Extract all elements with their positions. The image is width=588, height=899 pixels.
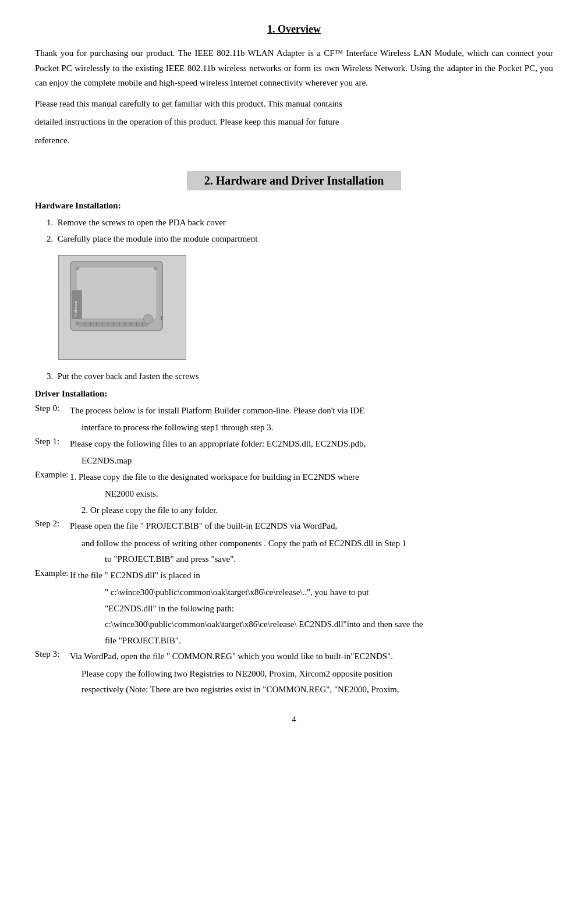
step0-indent: interface to process the following step1… bbox=[35, 420, 553, 436]
svg-point-21 bbox=[154, 267, 157, 270]
device-image: Bottom View 1 bbox=[58, 255, 186, 360]
example2-label: Example: bbox=[35, 568, 70, 578]
manual-paragraph-1: Please read this manual carefully to get… bbox=[35, 97, 553, 112]
step3-block: Step 3: Via WordPad, open the file " COM… bbox=[35, 649, 553, 664]
manual-paragraph-2: detailed instructions in the operation o… bbox=[35, 115, 553, 130]
example2-indent4: file "PROJECT.BIB". bbox=[35, 633, 553, 649]
section1-heading: 1. Overview bbox=[267, 23, 321, 35]
manual-paragraph-3: reference. bbox=[35, 133, 553, 148]
step2-indent1: and follow the process of writing other … bbox=[35, 536, 553, 551]
example2-indent3: c:\wince300\public\common\oak\target\x86… bbox=[35, 617, 553, 632]
step1-indent: EC2NDS.map bbox=[35, 454, 553, 469]
svg-point-18 bbox=[144, 314, 153, 324]
svg-point-22 bbox=[76, 322, 79, 325]
hw-step-3-block: 3. Put the cover back and fasten the scr… bbox=[35, 369, 553, 384]
step2-block: Step 2: Please open the file " PROJECT.B… bbox=[35, 519, 553, 534]
driver-installation-title: Driver Installation: bbox=[35, 389, 553, 399]
step0-block: Step 0: The process below is for install… bbox=[35, 404, 553, 419]
svg-rect-2 bbox=[76, 267, 157, 319]
step3-label: Step 3: bbox=[35, 649, 70, 659]
step3-indent2: respectively (Note: There are two regist… bbox=[35, 682, 553, 698]
step1-block: Step 1: Please copy the following files … bbox=[35, 437, 553, 452]
example1-block: Example: 1. Please copy the file to the … bbox=[35, 470, 553, 485]
hardware-steps-list: 1. Remove the screws to open the PDA bac… bbox=[35, 215, 553, 246]
example2-block: Example: If the file " EC2NDS.dll" is pl… bbox=[35, 568, 553, 583]
svg-text:View: View bbox=[74, 309, 77, 317]
example1-text: 1. Please copy the file to the designate… bbox=[70, 470, 553, 485]
step2-indent2: to "PROJECT.BIB" and press "save". bbox=[35, 552, 553, 567]
step1-text: Please copy the following files to an ap… bbox=[70, 437, 553, 452]
step3-indent1: Please copy the following two Registries… bbox=[35, 667, 553, 682]
hw-step-1: 1. Remove the screws to open the PDA bac… bbox=[47, 215, 553, 229]
step2-label: Step 2: bbox=[35, 519, 70, 529]
example1-indent: NE2000 exists. bbox=[35, 487, 553, 502]
example2-indent1: " c:\wince300\public\common\oak\target\x… bbox=[35, 585, 553, 600]
step1-label: Step 1: bbox=[35, 437, 70, 447]
step0-label: Step 0: bbox=[35, 404, 70, 413]
svg-text:1: 1 bbox=[160, 314, 162, 321]
example1-label: Example: bbox=[35, 470, 70, 480]
example2-text: If the file " EC2NDS.dll" is placed in bbox=[70, 568, 553, 583]
step3-text: Via WordPad, open the file " COMMON.REG"… bbox=[70, 649, 553, 664]
page-number: 4 bbox=[35, 715, 553, 724]
step2-text: Please open the file " PROJECT.BIB" of t… bbox=[70, 519, 553, 534]
hardware-installation-title: Hardware Installation: bbox=[35, 201, 553, 211]
example2-indent2: "EC2NDS.dll" in the following path: bbox=[35, 601, 553, 617]
section2-heading: 2. Hardware and Driver Installation bbox=[187, 171, 402, 190]
step0-text: The process below is for install Platfor… bbox=[70, 404, 553, 419]
hw-step-3: Put the cover back and fasten the screws bbox=[58, 371, 199, 381]
example1-2: 2. Or please copy the file to any folder… bbox=[35, 503, 553, 518]
hw-step-2: 2. Carefully place the module into the m… bbox=[47, 232, 553, 246]
intro-paragraph: Thank you for purchasing our product. Th… bbox=[35, 46, 553, 91]
svg-point-20 bbox=[76, 267, 79, 270]
